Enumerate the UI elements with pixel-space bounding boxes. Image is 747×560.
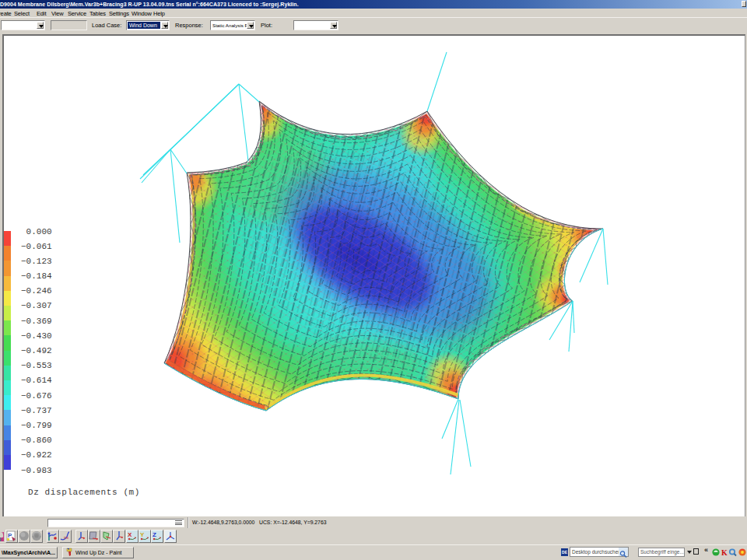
svg-text:ms: ms <box>64 536 69 540</box>
svg-text:Z: Z <box>153 531 156 538</box>
svg-text:P: P <box>8 532 12 539</box>
svg-text:K: K <box>721 548 728 557</box>
svg-text:Y: Y <box>140 531 145 538</box>
svg-text:X: X <box>128 531 132 538</box>
